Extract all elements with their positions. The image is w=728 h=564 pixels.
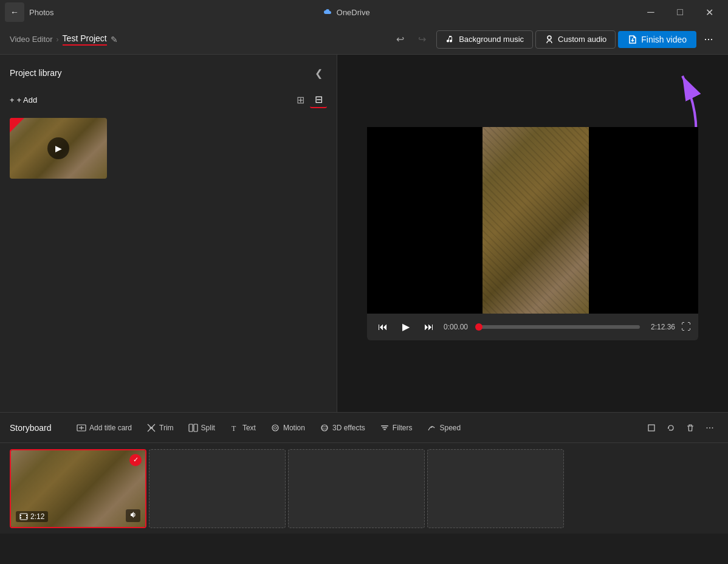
library-toolbar: + + Add ⊞ ⊟ (10, 91, 327, 108)
more-storyboard-icon: ··· (706, 422, 713, 433)
undo-button[interactable]: ↩ (390, 30, 410, 49)
filters-button[interactable]: Filters (374, 420, 419, 436)
storyboard-title: Storyboard (10, 423, 58, 433)
leaves-background (482, 127, 589, 314)
play-pause-button[interactable]: ▶ (397, 318, 414, 335)
svg-rect-18 (26, 515, 27, 516)
text-icon: T (230, 423, 239, 433)
project-library-header: Project library ❮ (10, 64, 327, 81)
fullscreen-button[interactable]: ⛶ (681, 322, 691, 332)
clip-audio-icon (126, 509, 140, 522)
3d-effects-label: 3D effects (332, 424, 365, 432)
title-bar-controls: ─ □ ✕ (637, 2, 723, 22)
custom-audio-label: Custom audio (558, 35, 606, 44)
undo-redo-group: ↩ ↪ (390, 30, 431, 49)
edit-project-name-button[interactable]: ✎ (111, 35, 118, 44)
maximize-button[interactable]: □ (666, 2, 694, 22)
storyboard-toolbar: Storyboard Add title card Trim Split T T… (0, 413, 728, 443)
back-icon: ← (10, 7, 19, 17)
delete-button[interactable] (682, 419, 699, 436)
background-music-button[interactable]: Background music (436, 30, 533, 49)
svg-rect-14 (648, 425, 654, 431)
crop-button[interactable] (643, 419, 660, 436)
media-thumbnail[interactable]: ▶ (10, 118, 107, 179)
audio-icon (544, 35, 554, 44)
trim-icon (146, 423, 156, 433)
trim-button[interactable]: Trim (140, 420, 180, 436)
play-icon: ▶ (402, 321, 410, 332)
onedrive-icon (321, 8, 333, 16)
svg-point-0 (548, 36, 551, 40)
undo-icon: ↩ (396, 33, 404, 45)
add-title-card-label: Add title card (89, 424, 132, 432)
add-title-card-icon (77, 423, 86, 433)
list-view-button[interactable]: ⊟ (310, 91, 327, 108)
title-bar: ← Photos OneDrive ─ □ ✕ (0, 0, 728, 24)
grid-icon: ⊞ (297, 94, 304, 106)
storyboard-clip-3[interactable] (288, 449, 425, 528)
3d-effects-button[interactable]: 3D effects (314, 420, 371, 436)
storyboard-clip-2[interactable] (149, 449, 286, 528)
progress-bar[interactable] (479, 325, 640, 329)
svg-rect-13 (383, 429, 386, 430)
main-content: Project library ❮ + + Add ⊞ ⊟ (0, 55, 728, 412)
breadcrumb-current: Test Project (63, 33, 107, 46)
svg-rect-15 (20, 514, 27, 520)
add-title-card-button[interactable]: Add title card (70, 420, 138, 436)
motion-button[interactable]: Motion (264, 420, 311, 436)
project-library-panel: Project library ❮ + + Add ⊞ ⊟ (0, 55, 337, 412)
toolbar: Video Editor › Test Project ✎ ↩ ↪ Backgr… (0, 24, 728, 55)
text-button[interactable]: T Text (224, 420, 262, 436)
add-icon: + (10, 95, 15, 105)
onedrive-area: OneDrive (321, 8, 370, 17)
collapse-sidebar-button[interactable]: ❮ (310, 64, 327, 81)
storyboard-extra-buttons: ··· (643, 419, 718, 436)
finish-video-label: Finish video (641, 35, 687, 44)
media-tag (10, 118, 24, 132)
next-icon: ⏭ (424, 322, 434, 332)
preview-area: ⏮ ▶ ⏭ 0:00.00 2:12.36 ⛶ (337, 55, 728, 412)
storyboard-clips: 2:12 ✓ (0, 443, 728, 534)
clip-duration-value: 2:12 (30, 512, 44, 521)
text-label: Text (242, 424, 256, 432)
redo-button[interactable]: ↪ (412, 30, 431, 49)
split-icon (188, 423, 198, 433)
prev-frame-button[interactable]: ⏮ (374, 318, 391, 335)
crop-icon (647, 423, 656, 433)
time-total: 2:12.36 (646, 323, 675, 331)
speed-button[interactable]: Speed (421, 420, 467, 436)
breadcrumb: Video Editor › Test Project ✎ (10, 33, 118, 46)
motion-icon (270, 423, 280, 433)
play-overlay[interactable]: ▶ (47, 137, 69, 159)
loop-button[interactable] (662, 419, 679, 436)
loop-icon (666, 423, 676, 433)
custom-audio-button[interactable]: Custom audio (535, 30, 616, 49)
clip-duration: 2:12 (16, 511, 48, 522)
speed-label: Speed (439, 424, 461, 432)
fullscreen-icon: ⛶ (681, 322, 691, 332)
background-music-label: Background music (459, 35, 524, 44)
add-media-button[interactable]: + + Add (10, 95, 37, 105)
more-options-button[interactable]: ··· (699, 30, 718, 49)
svg-rect-11 (381, 425, 388, 427)
minimize-button[interactable]: ─ (637, 2, 665, 22)
storyboard-clip-1[interactable]: 2:12 ✓ (10, 449, 146, 528)
video-preview-content (367, 127, 698, 314)
redo-icon: ↪ (418, 33, 426, 45)
close-icon: ✕ (706, 7, 713, 18)
split-button[interactable]: Split (182, 420, 221, 436)
audio-clip-icon (129, 511, 137, 519)
svg-rect-12 (382, 427, 387, 428)
video-right-black (589, 127, 698, 314)
grid-view-button[interactable]: ⊞ (292, 91, 309, 108)
storyboard-clip-4[interactable] (427, 449, 564, 528)
svg-point-10 (321, 427, 328, 429)
finish-video-button[interactable]: Finish video (618, 31, 696, 48)
next-frame-button[interactable]: ⏭ (421, 318, 438, 335)
back-button[interactable]: ← (5, 2, 24, 22)
toolbar-actions: Background music Custom audio Finish vid… (436, 30, 718, 49)
svg-rect-17 (20, 517, 21, 518)
close-button[interactable]: ✕ (695, 2, 723, 22)
more-storyboard-button[interactable]: ··· (701, 419, 718, 436)
video-center-leaves (482, 127, 589, 314)
